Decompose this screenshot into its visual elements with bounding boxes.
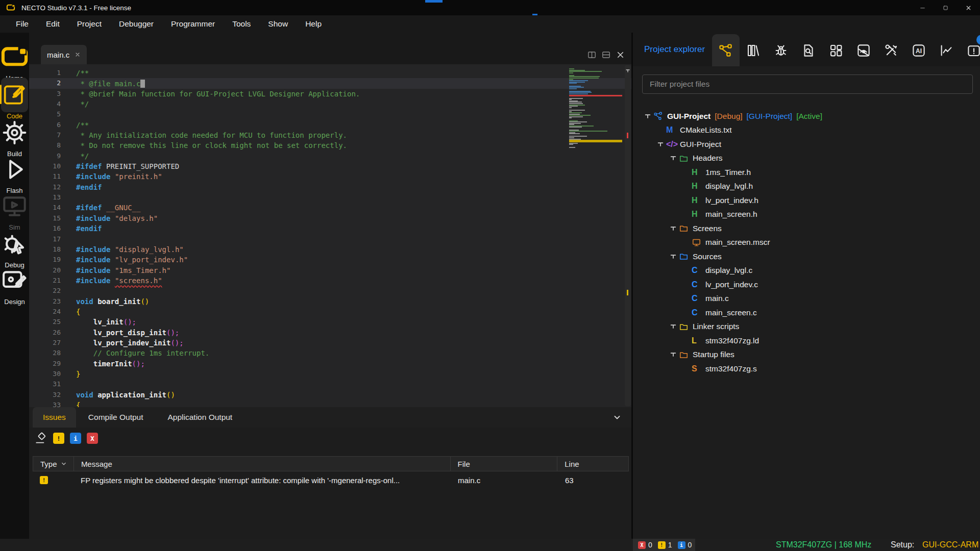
close-editor-icon[interactable] bbox=[616, 50, 625, 60]
code-line[interactable]: 15#include "delays.h" bbox=[29, 213, 631, 223]
code-line[interactable]: 2 * @file main.c bbox=[29, 78, 631, 88]
menu-item-programmer[interactable]: Programmer bbox=[162, 15, 224, 33]
code-line[interactable]: 10#ifdef PREINIT_SUPPORTED bbox=[29, 161, 631, 171]
code-line[interactable]: 14#ifdef __GNUC__ bbox=[29, 203, 631, 213]
code-line[interactable]: 29 timerInit(); bbox=[29, 359, 631, 369]
code-line[interactable]: 3 * @brief Main function for GUI-Project… bbox=[29, 89, 631, 99]
tree-item[interactable]: Hlv_port_indev.h bbox=[633, 193, 980, 208]
code-line[interactable]: 32void application_init() bbox=[29, 390, 631, 400]
split-vertical-icon[interactable] bbox=[587, 50, 597, 60]
mcu-status[interactable]: STM32F407ZG | 168 MHz bbox=[776, 539, 871, 551]
tools-tab[interactable] bbox=[877, 34, 905, 66]
tree-item[interactable]: Clv_port_indev.c bbox=[633, 278, 980, 292]
close-button[interactable] bbox=[957, 0, 980, 15]
sidebar-item-debug[interactable]: Debug bbox=[0, 227, 29, 261]
menu-item-help[interactable]: Help bbox=[297, 15, 330, 33]
filter-project-files-input[interactable] bbox=[642, 74, 973, 94]
expander-icon[interactable] bbox=[668, 253, 679, 260]
code-line[interactable]: 16#endif bbox=[29, 223, 631, 234]
tab-issues[interactable]: Issues bbox=[33, 407, 76, 428]
code-line[interactable]: 1/** bbox=[29, 68, 631, 78]
maximize-button[interactable] bbox=[934, 0, 957, 15]
preview-eye-tab[interactable] bbox=[850, 34, 877, 66]
code-line[interactable]: 9 */ bbox=[29, 151, 631, 161]
issue-counters[interactable]: X0!1i0 bbox=[633, 539, 695, 551]
project-tree-tab[interactable] bbox=[712, 34, 740, 66]
tab-compile-output[interactable]: Compile Output bbox=[76, 407, 156, 428]
ai-tab[interactable]: AI bbox=[905, 34, 933, 66]
sidebar-item-code[interactable]: Code bbox=[1, 78, 28, 112]
menu-item-show[interactable]: Show bbox=[259, 15, 297, 33]
tree-item[interactable]: Linker scripts bbox=[633, 320, 980, 334]
bug-tab[interactable] bbox=[767, 34, 795, 66]
code-line[interactable]: 22 bbox=[29, 286, 631, 296]
code-line[interactable]: 17 bbox=[29, 234, 631, 244]
code-line[interactable]: 21#include "screens.h" bbox=[29, 276, 631, 286]
tab-close-icon[interactable] bbox=[75, 52, 81, 58]
code-line[interactable]: 20#include "1ms_Timer.h" bbox=[29, 265, 631, 276]
code-line[interactable]: 8 * Do not remove this line or clock mig… bbox=[29, 140, 631, 151]
code-line[interactable]: 28 // Configure 1ms interrupt. bbox=[29, 348, 631, 358]
filter-info-button[interactable]: i bbox=[70, 433, 81, 444]
menu-item-debugger[interactable]: Debugger bbox=[110, 15, 162, 33]
code-line[interactable]: 33{ bbox=[29, 400, 631, 407]
code-line[interactable]: 26 lv_port_disp_init(); bbox=[29, 328, 631, 338]
sidebar-item-build[interactable]: Build bbox=[0, 115, 29, 150]
tree-item[interactable]: Startup files bbox=[633, 348, 980, 362]
clear-issues-button[interactable] bbox=[34, 432, 47, 445]
tree-item[interactable]: Hmain_screen.h bbox=[633, 208, 980, 222]
tree-item[interactable]: Cdisplay_lvgl.c bbox=[633, 264, 980, 278]
code-line[interactable]: 13 bbox=[29, 192, 631, 203]
sidebar-item-flash[interactable]: Flash bbox=[0, 152, 29, 187]
code-line[interactable]: 4 */ bbox=[29, 99, 631, 109]
tree-item[interactable]: Hdisplay_lvgl.h bbox=[633, 180, 980, 194]
menu-item-project[interactable]: Project bbox=[68, 15, 110, 33]
expander-icon[interactable] bbox=[655, 141, 666, 148]
tab-application-output[interactable]: Application Output bbox=[156, 407, 245, 428]
expander-icon[interactable] bbox=[668, 225, 679, 232]
code-line[interactable]: 24{ bbox=[29, 307, 631, 317]
tree-item[interactable]: Cmain_screen.c bbox=[633, 306, 980, 320]
tree-item[interactable]: </>GUI-Project bbox=[633, 137, 980, 152]
sidebar-item-sim[interactable]: Sim bbox=[0, 189, 29, 223]
code-editor[interactable]: 1/**2 * @file main.c3 * @brief Main func… bbox=[29, 64, 631, 407]
editor-scrollbar[interactable] bbox=[625, 65, 631, 406]
tab-main-c[interactable]: main.c bbox=[41, 45, 87, 64]
filter-warn-button[interactable]: ! bbox=[53, 433, 64, 444]
tree-item[interactable]: Lstm32f407zg.ld bbox=[633, 334, 980, 348]
code-line[interactable]: 7 * Any initialization code needed for M… bbox=[29, 130, 631, 140]
tree-item[interactable]: Screens bbox=[633, 221, 980, 236]
menu-item-tools[interactable]: Tools bbox=[224, 15, 259, 33]
expander-icon[interactable] bbox=[668, 351, 679, 358]
tree-item[interactable]: Cmain.c bbox=[633, 292, 980, 306]
column-header-type[interactable]: Type bbox=[33, 457, 74, 471]
code-line[interactable]: 12#endif bbox=[29, 182, 631, 192]
tree-item[interactable]: GUI-Project[Debug][GUI-Project][Active] bbox=[633, 109, 980, 123]
menu-item-file[interactable]: File bbox=[7, 15, 37, 33]
minimize-button[interactable] bbox=[911, 0, 934, 15]
setup-value[interactable]: GUI-GCC-ARM bbox=[922, 539, 978, 551]
code-line[interactable]: 11#include "preinit.h" bbox=[29, 171, 631, 182]
minimap[interactable] bbox=[569, 68, 622, 148]
filter-error-button[interactable]: X bbox=[87, 433, 98, 444]
split-horizontal-icon[interactable] bbox=[601, 50, 611, 60]
expander-icon[interactable] bbox=[668, 155, 679, 162]
issue-row[interactable]: !FP registers might be clobbered despite… bbox=[33, 471, 629, 489]
expander-icon[interactable] bbox=[668, 323, 679, 330]
library-tab[interactable] bbox=[740, 34, 767, 66]
layout-grid-tab[interactable] bbox=[822, 34, 850, 66]
tree-item[interactable]: H1ms_Timer.h bbox=[633, 165, 980, 180]
tree-item[interactable]: Sources bbox=[633, 249, 980, 264]
code-line[interactable]: 31 bbox=[29, 379, 631, 389]
code-line[interactable]: 6/** bbox=[29, 120, 631, 130]
code-line[interactable]: 19#include "lv_port_indev.h" bbox=[29, 255, 631, 265]
sidebar-item-home[interactable]: Home bbox=[0, 40, 29, 74]
menu-item-edit[interactable]: Edit bbox=[37, 15, 68, 33]
notifications-tab[interactable]: 6 bbox=[960, 34, 980, 66]
tree-item[interactable]: Sstm32f407zg.s bbox=[633, 362, 980, 376]
code-line[interactable]: 25 lv_init(); bbox=[29, 317, 631, 327]
tree-item[interactable]: Headers bbox=[633, 152, 980, 166]
code-line[interactable]: 5 bbox=[29, 109, 631, 119]
activity-chart-tab[interactable] bbox=[933, 34, 960, 66]
file-search-tab[interactable] bbox=[795, 34, 822, 66]
